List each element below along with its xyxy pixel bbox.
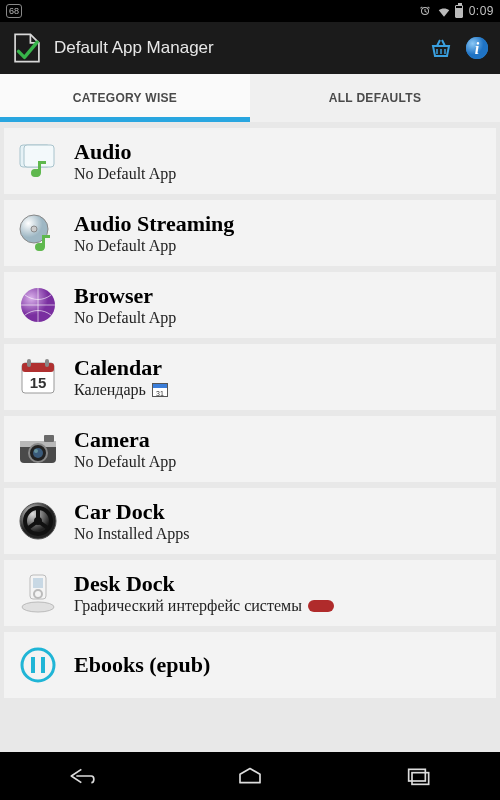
desk-dock-icon [16, 571, 60, 615]
list-item[interactable]: Car Dock No Installed Apps [4, 488, 496, 554]
back-button[interactable] [53, 761, 113, 791]
info-icon[interactable]: i [464, 35, 490, 61]
list-item[interactable]: Camera No Default App [4, 416, 496, 482]
list-item[interactable]: 15 Calendar Календарь [4, 344, 496, 410]
svg-point-27 [22, 602, 54, 612]
tab-label: ALL DEFAULTS [329, 91, 422, 105]
row-subtitle: No Default App [74, 453, 484, 471]
row-title: Ebooks (epub) [74, 652, 484, 678]
tab-category-wise[interactable]: CATEGORY WISE [0, 74, 250, 122]
list-item[interactable]: Ebooks (epub) [4, 632, 496, 698]
wifi-icon [437, 5, 449, 17]
row-title: Audio [74, 139, 484, 165]
svg-rect-25 [33, 578, 43, 588]
android-mini-icon [308, 600, 334, 612]
status-bar: 68 0:09 [0, 0, 500, 22]
svg-rect-13 [45, 359, 49, 367]
tab-label: CATEGORY WISE [73, 91, 177, 105]
app-logo-icon [10, 31, 44, 65]
svg-rect-29 [408, 769, 425, 781]
battery-icon [455, 5, 463, 18]
list-item[interactable]: Audio No Default App [4, 128, 496, 194]
audio-icon [16, 139, 60, 183]
row-title: Desk Dock [74, 571, 484, 597]
home-button[interactable] [220, 761, 280, 791]
basket-icon[interactable] [428, 35, 454, 61]
row-subtitle: Графический интерфейс системы [74, 597, 484, 615]
svg-point-20 [34, 449, 38, 453]
status-badge: 68 [6, 4, 22, 18]
tabs: CATEGORY WISE ALL DEFAULTS [0, 74, 500, 122]
row-subtitle: No Default App [74, 309, 484, 327]
row-title: Car Dock [74, 499, 484, 525]
camera-icon [16, 427, 60, 471]
nav-bar [0, 752, 500, 800]
svg-point-19 [33, 448, 43, 458]
ebooks-icon [16, 643, 60, 687]
row-subtitle: No Installed Apps [74, 525, 484, 543]
row-title: Calendar [74, 355, 484, 381]
action-bar: Default App Manager i [0, 22, 500, 74]
row-title: Camera [74, 427, 484, 453]
svg-rect-11 [22, 363, 54, 372]
list-item[interactable]: Browser No Default App [4, 272, 496, 338]
svg-point-8 [35, 243, 43, 251]
recents-button[interactable] [387, 761, 447, 791]
clock: 0:09 [469, 4, 494, 18]
list-item[interactable]: Desk Dock Графический интерфейс системы [4, 560, 496, 626]
tab-all-defaults[interactable]: ALL DEFAULTS [250, 74, 500, 122]
calendar-mini-icon [152, 383, 168, 397]
alarm-icon [419, 5, 431, 17]
svg-text:15: 15 [30, 374, 47, 391]
row-subtitle: No Default App [74, 237, 484, 255]
svg-point-5 [31, 169, 39, 177]
svg-point-23 [34, 517, 42, 525]
app-title: Default App Manager [54, 38, 418, 58]
svg-text:i: i [475, 40, 480, 57]
audio-stream-icon [16, 211, 60, 255]
svg-point-28 [22, 649, 54, 681]
row-subtitle: No Default App [74, 165, 484, 183]
svg-rect-12 [27, 359, 31, 367]
list-item[interactable]: Audio Streaming No Default App [4, 200, 496, 266]
svg-rect-17 [44, 435, 54, 442]
category-list: Audio No Default App Audio Streaming No … [0, 122, 500, 752]
car-dock-icon [16, 499, 60, 543]
svg-point-7 [31, 226, 37, 232]
calendar-icon: 15 [16, 355, 60, 399]
row-title: Audio Streaming [74, 211, 484, 237]
browser-icon [16, 283, 60, 327]
row-subtitle: Календарь [74, 381, 484, 399]
row-title: Browser [74, 283, 484, 309]
